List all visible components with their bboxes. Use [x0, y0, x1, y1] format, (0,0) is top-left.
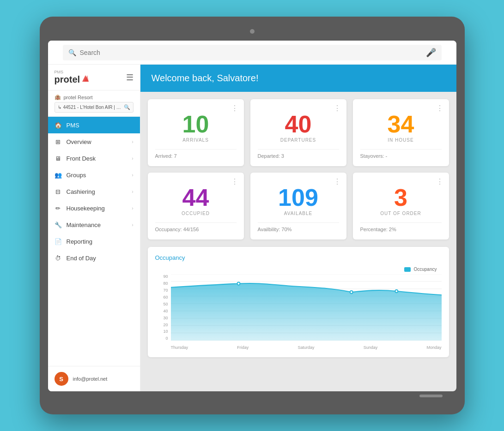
chart-section: Occupancy Occupancy 9080706050403020100 — [148, 247, 449, 357]
logo-protel-text: protel — [55, 75, 80, 84]
sidebar-logo: PMS protel — [48, 65, 140, 90]
nav-label-groups: Groups — [67, 172, 86, 179]
device-top-bar — [48, 25, 456, 38]
nav-icon-cashiering: ⊟ — [55, 188, 62, 195]
x-axis-label: Thursday — [171, 345, 188, 350]
stat-number-out-of-order: 3 — [360, 185, 442, 211]
y-axis-label: 30 — [163, 316, 168, 320]
stat-label-out-of-order: OUT OF ORDER — [360, 211, 442, 216]
y-axis-label: 10 — [163, 329, 168, 334]
card-menu-in-house[interactable]: ⋮ — [436, 104, 443, 113]
hotel-icon: ↳ — [58, 105, 61, 110]
sidebar-item-cashiering[interactable]: ⊟ Cashiering › — [48, 183, 140, 200]
nav-item-left: 👥 Groups — [55, 171, 86, 179]
stat-label-in-house: IN HOUSE — [360, 138, 442, 143]
nav-icon-housekeeping: ✏ — [55, 204, 62, 212]
y-axis-label: 60 — [163, 295, 168, 299]
stat-card-departures: ⋮ 40 DEPARTURES Departed: 3 — [250, 99, 346, 166]
nav-label-overview: Overview — [67, 138, 91, 145]
resort-selector: 🏨 protel Resort ↳ 44521 - L'Hotel Bon AI… — [48, 90, 140, 117]
top-search-bar: 🔍 🎤 — [48, 41, 456, 65]
nav-icon-pms: 🏠 — [55, 121, 62, 129]
stat-number-occupied: 44 — [155, 185, 237, 211]
nav-icon-maintenance: 🔧 — [55, 221, 62, 228]
nav-item-left: 🔧 Maintenance — [55, 221, 101, 228]
hotel-search-icon[interactable]: 🔍 — [124, 104, 130, 110]
nav-label-housekeeping: Housekeeping — [67, 205, 105, 212]
search-icon: 🔍 — [68, 49, 76, 56]
resort-icon: 🏨 — [55, 94, 61, 100]
card-menu-departures[interactable]: ⋮ — [334, 104, 341, 113]
stat-number-available: 109 — [258, 185, 339, 211]
nav-label-maintenance: Maintenance — [67, 221, 101, 228]
data-point — [350, 291, 352, 293]
stat-detail-available: Availbility: 70% — [258, 222, 339, 232]
x-axis-label: Saturday — [298, 345, 314, 350]
stat-detail-out-of-order: Percentage: 2% — [360, 222, 442, 232]
mic-icon[interactable]: 🎤 — [426, 48, 436, 58]
y-axis-label: 90 — [163, 274, 168, 279]
nav-chevron-maintenance: › — [132, 222, 133, 227]
logo-area: PMS protel — [55, 70, 90, 84]
legend-label: Occupancy — [413, 267, 437, 272]
nav-label-reporting: Reporting — [67, 238, 92, 245]
y-axis-label: 80 — [163, 281, 168, 286]
sidebar-item-end-of-day[interactable]: ⏱ End of Day — [48, 250, 140, 266]
camera-indicator — [250, 29, 255, 34]
stat-card-arrivals: ⋮ 10 ARRIVALS Arrived: 7 — [148, 99, 244, 166]
device-bottom-bar — [48, 391, 456, 401]
sidebar-item-pms[interactable]: 🏠 PMS — [48, 117, 140, 133]
dashboard-grid: ⋮ 10 ARRIVALS Arrived: 7 ⋮ 40 DEPARTURES… — [140, 92, 456, 247]
search-area[interactable]: 🔍 🎤 — [63, 45, 442, 60]
user-email: info@protel.net — [73, 376, 108, 382]
nav-chevron-front-desk: › — [132, 156, 133, 161]
card-menu-out-of-order[interactable]: ⋮ — [436, 177, 443, 186]
logo-triangle-icon — [81, 74, 90, 84]
nav-label-cashiering: Cashiering — [67, 188, 95, 195]
search-input[interactable] — [80, 49, 422, 56]
sidebar-nav: 🏠 PMS ⊞ Overview › 🖥 Front Desk › 👥 Grou… — [48, 117, 140, 266]
stat-label-occupied: OCCUPIED — [155, 211, 237, 216]
sidebar-item-groups[interactable]: 👥 Groups › — [48, 167, 140, 183]
y-axis-label: 70 — [163, 288, 168, 293]
main-layout: PMS protel — [48, 65, 456, 391]
hotel-name: 44521 - L'Hotel Bon AIR | Demo — [63, 105, 122, 110]
sidebar-item-front-desk[interactable]: 🖥 Front Desk › — [48, 150, 140, 167]
sidebar-item-housekeeping[interactable]: ✏ Housekeeping › — [48, 200, 140, 216]
nav-item-left: 🏠 PMS — [55, 121, 79, 129]
nav-icon-overview: ⊞ — [55, 138, 62, 145]
nav-label-end-of-day: End of Day — [67, 255, 96, 262]
device-frame: 🔍 🎤 PMS protel — [40, 17, 465, 414]
chart-plot-area — [171, 274, 442, 341]
sidebar-item-maintenance[interactable]: 🔧 Maintenance › — [48, 216, 140, 233]
x-axis-label: Monday — [426, 345, 441, 350]
stat-number-in-house: 34 — [360, 111, 442, 138]
stat-card-out-of-order: ⋮ 3 OUT OF ORDER Percentage: 2% — [353, 173, 449, 239]
sidebar-item-overview[interactable]: ⊞ Overview › — [48, 133, 140, 150]
stat-number-departures: 40 — [258, 111, 339, 138]
card-menu-arrivals[interactable]: ⋮ — [231, 104, 238, 113]
chart-x-axis: ThursdayFridaySaturdaySundayMonday — [171, 345, 442, 350]
x-axis-label: Friday — [237, 345, 249, 350]
nav-icon-end-of-day: ⏱ — [55, 254, 62, 262]
sidebar: PMS protel — [48, 65, 140, 391]
y-axis-label: 0 — [165, 336, 168, 341]
hotel-selector[interactable]: ↳ 44521 - L'Hotel Bon AIR | Demo 🔍 — [55, 102, 134, 113]
welcome-banner: Welcome back, Salvatore! — [140, 65, 456, 92]
screen: 🔍 🎤 PMS protel — [48, 41, 456, 391]
sidebar-item-reporting[interactable]: 📄 Reporting — [48, 233, 140, 250]
hamburger-button[interactable]: ☰ — [126, 72, 134, 83]
resort-name: 🏨 protel Resort — [55, 94, 134, 100]
stat-label-available: AVAILABLE — [258, 211, 339, 216]
nav-chevron-housekeeping: › — [132, 206, 133, 211]
chart-title: Occupancy — [155, 254, 442, 261]
nav-item-left: ✏ Housekeeping — [55, 204, 105, 212]
card-menu-available[interactable]: ⋮ — [334, 177, 341, 186]
card-menu-occupied[interactable]: ⋮ — [231, 177, 238, 186]
nav-icon-reporting: 📄 — [55, 238, 62, 245]
nav-item-left: 🖥 Front Desk — [55, 155, 96, 162]
nav-chevron-groups: › — [132, 173, 133, 178]
nav-item-left: ⏱ End of Day — [55, 254, 96, 262]
chart-y-axis: 9080706050403020100 — [155, 274, 168, 341]
stat-card-occupied: ⋮ 44 OCCUPIED Occupancy: 44/156 — [148, 173, 244, 239]
